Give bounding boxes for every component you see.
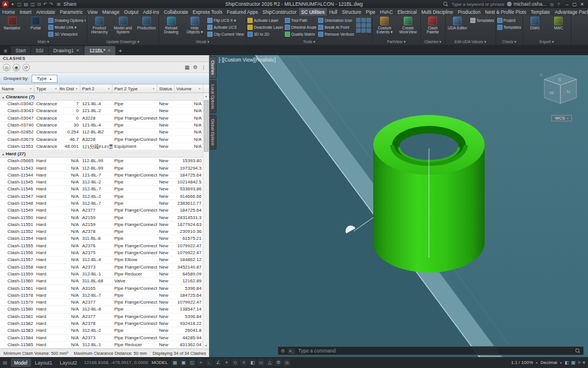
ribbon-group-label-main[interactable]: Main ▾ xyxy=(1,39,86,45)
document-tab-ssi[interactable]: SSI xyxy=(31,46,48,55)
menu-tab-add-ins[interactable]: Add-ins xyxy=(141,8,161,16)
document-tab-drawing1[interactable]: Drawing1✕ xyxy=(49,46,84,55)
status-toggle-selection-cycling[interactable]: ▭ xyxy=(257,359,265,366)
clash-row[interactable]: Clash-11547HardN/A312-BL-2PipeNew914666.… xyxy=(0,193,209,200)
ribbon-group-label-visual[interactable]: Visual ▾ xyxy=(160,39,245,45)
close-button[interactable]: ✕ xyxy=(578,2,586,7)
clash-row[interactable]: Clash-11579HardN/AA2377Pipe Flange/Conne… xyxy=(0,299,209,306)
ribbon-group-label-update-drawings[interactable]: Update Drawings ▾ xyxy=(88,39,157,45)
tool-mini-icon[interactable] xyxy=(361,23,366,28)
hardware-acceleration-icon[interactable]: ◧ xyxy=(564,360,569,365)
clash-row[interactable]: Clash-11583HardN/A312-BL-2PipeNew26041.8 xyxy=(0,327,209,334)
viewport-tab-local-options[interactable]: Local Options xyxy=(210,80,216,113)
clash-row[interactable]: Clash-11580HardN/A312-BL-8PipeNew138547.… xyxy=(0,306,209,313)
ribbon-group-label-edit-uda-values[interactable]: Edit UDA Values ▾ xyxy=(447,39,494,45)
3d-scene[interactable] xyxy=(210,55,588,357)
clash-row[interactable]: Clash-11558HardN/AA2373Pipe Flange/Conne… xyxy=(0,264,209,271)
isolate-clash-icon[interactable]: ◉ xyxy=(13,64,20,71)
command-search-icon[interactable] xyxy=(575,348,581,354)
status-toggle-infer-constraints[interactable]: ◱ xyxy=(188,359,196,366)
clash-row[interactable]: Clash-11549HardN/AA2377Pipe Flange/Conne… xyxy=(0,207,209,214)
collapse-group-icon[interactable]: ▴ xyxy=(2,152,4,156)
viewport-tab-clashes[interactable]: Clashes xyxy=(210,56,216,79)
ribbon-button-dihedral-angle[interactable]: Dihedral Angle xyxy=(285,24,316,30)
help-icon[interactable]: ? xyxy=(557,2,560,7)
customization-menu-icon[interactable]: ≡ xyxy=(578,360,581,365)
customize-command-icon[interactable]: ⚙ xyxy=(281,348,285,354)
column-header-min-dist[interactable]: Min Dist▼ xyxy=(60,85,80,93)
layout-tab-layout1[interactable]: Layout1 xyxy=(32,358,56,367)
clash-row[interactable]: Clash-11561HardN/AA3165Pipe Flange/Conne… xyxy=(0,285,209,292)
zoom-to-clash-icon[interactable]: ◎ xyxy=(3,64,10,71)
ribbon-button-flip-ucs-x[interactable]: Flip UCS X ▾ xyxy=(207,17,245,24)
column-header-type[interactable]: Type▼ xyxy=(34,85,60,93)
menu-tab-multi-discipline[interactable]: Multi Discipline xyxy=(419,8,455,16)
grouped-by-dropdown[interactable]: Type ▲ xyxy=(32,75,57,83)
document-tab-121bl[interactable]: 121BL*✕ xyxy=(84,46,115,55)
clash-row[interactable]: Clash-03740Clearance30121-BL-4PipeNewN/A xyxy=(0,122,209,129)
refresh-clashes-icon[interactable]: ⟳ xyxy=(22,64,30,71)
scale-caret-icon[interactable]: ▾ xyxy=(536,361,537,365)
share-icon[interactable]: ⊞ xyxy=(56,2,61,7)
menu-tab-view[interactable]: View xyxy=(85,8,100,16)
clash-group-header[interactable]: ▴Clearance (7) xyxy=(0,93,209,101)
menu-tab-sc-utilities[interactable]: SC Utilities xyxy=(299,8,327,16)
ribbon-button-product-hierarchy[interactable]: Product Hierarchy xyxy=(88,16,110,34)
scroll-down-icon[interactable]: ▼ xyxy=(203,343,209,348)
menu-tab-electrical[interactable]: Electrical xyxy=(395,8,419,16)
ribbon-button-project[interactable]: Project xyxy=(497,17,521,24)
doc-tabs-menu-icon[interactable]: ≡ xyxy=(1,46,10,55)
viewport-tab-global-options[interactable]: Global Options xyxy=(210,115,216,150)
column-header-name[interactable]: Name▼ xyxy=(0,85,34,93)
clash-row[interactable]: Clash-03042Clearance7121-BL-4PipeNewN/A xyxy=(0,101,209,108)
menu-tab-hvac[interactable]: HVAC xyxy=(378,8,395,16)
share-button[interactable]: Share xyxy=(64,1,77,7)
clash-row[interactable]: Clash-11555HardN/AA2376Pipe Flange/Conne… xyxy=(0,243,209,250)
layout-tabs-menu-icon[interactable]: ▤ xyxy=(3,360,7,365)
ribbon-group-label-partview[interactable]: PartView ▾ xyxy=(374,39,419,45)
ribbon-button-clip-current-view[interactable]: Clip Current View ▾ xyxy=(207,31,245,37)
close-tab-icon[interactable]: ✕ xyxy=(107,48,111,53)
viewport-controls-label[interactable]: [-][Custom View][Realistic] xyxy=(219,57,276,63)
layout-tab-model[interactable]: Model xyxy=(11,358,31,367)
ribbon-button-3d-to-2d[interactable]: 3D to 2D xyxy=(247,31,283,37)
ribbon-button-portal[interactable]: Portal xyxy=(25,16,47,30)
menu-tab-template[interactable]: Template xyxy=(528,8,552,16)
ribbon-button-activate-layer[interactable]: Activate Layer xyxy=(247,17,283,24)
clash-row[interactable]: Clash-11581HardN/AA2377Pipe Flange/Conne… xyxy=(0,313,209,320)
filter-icon[interactable]: ▼ xyxy=(28,87,32,90)
ribbon-button-tool-path[interactable]: Tool Path xyxy=(285,17,316,24)
tool-mini-icon[interactable] xyxy=(366,23,371,28)
menu-tab-hull[interactable]: Hull xyxy=(327,8,339,16)
clash-row[interactable]: Clash-11551HardN/AA2159Pipe Flange/Conne… xyxy=(0,221,209,228)
menu-tab-shipconstructor[interactable]: ShipConstructor xyxy=(260,8,299,16)
search-input[interactable] xyxy=(451,2,504,7)
tool-mini-icon[interactable] xyxy=(356,18,361,22)
layout-tab-layout2[interactable]: Layout2 xyxy=(56,358,80,367)
command-input[interactable] xyxy=(298,348,572,354)
ribbon-button-remove-vertices[interactable]: Remove Vertices xyxy=(318,31,354,37)
filter-icon[interactable]: ▼ xyxy=(106,87,110,90)
ribbon-group-label-clashes[interactable]: Clashes ▾ xyxy=(422,39,444,45)
clash-row[interactable]: Clash-11560HardN/A311-BL-68ValveNew12162… xyxy=(0,278,209,285)
menu-tab-collaborate[interactable]: Collaborate xyxy=(161,8,190,16)
tool-mini-icon[interactable] xyxy=(356,23,361,28)
open-icon[interactable]: ▤ xyxy=(24,2,29,7)
menu-tab-insert[interactable]: Insert xyxy=(17,8,34,16)
clash-row[interactable]: Clash-11548HardN/A312-BL-7PipeNew2383612… xyxy=(0,200,209,207)
clash-row[interactable]: Clash-11543HardN/A112-BL-99PipeNew197329… xyxy=(0,164,209,171)
clash-row[interactable]: Clash-11578HardN/A312-BL-7PipeNew184725.… xyxy=(0,292,209,299)
new-drawing-icon[interactable]: ▢ xyxy=(17,2,22,7)
menu-tab-featured-apps[interactable]: Featured Apps xyxy=(225,8,260,16)
ribbon-button-hide-objects[interactable]: Hide Objects ▾ xyxy=(184,16,206,34)
scroll-up-icon[interactable]: ▲ xyxy=(203,93,209,99)
viewcube-home-icon[interactable]: ⌂ xyxy=(540,72,543,77)
clash-row[interactable]: Clash-11552HardN/AA2378PipeNew230910.36 xyxy=(0,228,209,235)
3d-viewport[interactable]: [-][Custom View][Realistic] ClashesLocal… xyxy=(210,55,588,357)
status-toggle-annotation-visibility[interactable]: △ xyxy=(266,359,273,366)
clash-row[interactable]: Clash-11585HardN/A312-BL-1Pipe ReducerNe… xyxy=(0,342,209,348)
ribbon-button-reload-drawing[interactable]: Reload Drawing xyxy=(160,16,182,34)
column-header-part-2[interactable]: Part 2▼ xyxy=(80,85,113,93)
menu-tab-home[interactable]: Home xyxy=(0,8,17,16)
status-toggle-transparency[interactable]: ◧ xyxy=(249,359,256,366)
